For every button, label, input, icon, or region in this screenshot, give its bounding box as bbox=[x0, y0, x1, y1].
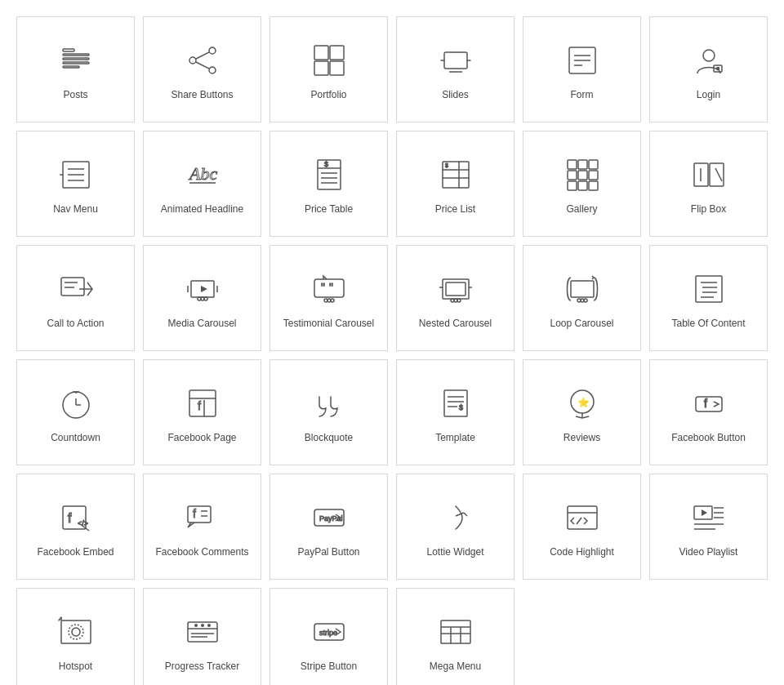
svg-rect-0 bbox=[63, 49, 74, 51]
widget-item-video-playlist[interactable]: Video Playlist bbox=[649, 474, 768, 580]
widget-item-login[interactable]: Login bbox=[649, 16, 768, 122]
widget-item-lottie-widget[interactable]: Lottie Widget bbox=[396, 474, 514, 580]
svg-point-135 bbox=[201, 624, 204, 627]
portfolio-label: Portfolio bbox=[310, 89, 346, 102]
widget-item-progress-tracker[interactable]: Progress Tracker bbox=[143, 588, 261, 685]
progress-tracker-icon bbox=[182, 612, 223, 652]
widget-item-price-list[interactable]: $ Price List bbox=[396, 131, 514, 237]
video-playlist-label: Video Playlist bbox=[679, 546, 738, 559]
svg-rect-44 bbox=[568, 171, 577, 180]
lottie-widget-label: Lottie Widget bbox=[426, 546, 483, 559]
nav-menu-icon bbox=[56, 154, 96, 195]
widget-item-facebook-comments[interactable]: f Facebook Comments bbox=[143, 474, 261, 580]
login-icon bbox=[688, 40, 729, 81]
svg-rect-13 bbox=[330, 61, 344, 75]
widget-item-facebook-page[interactable]: f Facebook Page bbox=[143, 359, 261, 465]
login-label: Login bbox=[697, 89, 720, 102]
svg-text:f: f bbox=[198, 399, 201, 412]
widget-item-posts[interactable]: Posts bbox=[16, 16, 135, 122]
code-highlight-label: Code Highlight bbox=[550, 546, 614, 559]
svg-point-134 bbox=[194, 624, 198, 627]
widget-item-table-of-content[interactable]: Table Of Content bbox=[649, 245, 768, 351]
testimonial-carousel-icon: " " bbox=[309, 269, 350, 309]
widget-item-price-table[interactable]: $ Price Table bbox=[270, 131, 388, 237]
template-label: Template bbox=[435, 432, 475, 445]
table-of-content-icon bbox=[688, 269, 729, 309]
svg-point-77 bbox=[457, 299, 461, 302]
svg-point-20 bbox=[703, 50, 715, 61]
widget-item-facebook-embed[interactable]: f </> Facebook Embed bbox=[16, 474, 135, 580]
facebook-button-icon: f bbox=[688, 383, 729, 424]
svg-line-119 bbox=[577, 518, 581, 524]
widget-item-facebook-button[interactable]: f Facebook Button bbox=[649, 359, 768, 465]
media-carousel-icon bbox=[182, 269, 223, 309]
svg-point-136 bbox=[207, 624, 211, 627]
svg-rect-1 bbox=[63, 54, 89, 56]
mega-menu-label: Mega Menu bbox=[430, 661, 481, 674]
svg-rect-78 bbox=[571, 281, 594, 297]
widget-item-nav-menu[interactable]: Nav Menu bbox=[16, 131, 135, 237]
svg-text:": " bbox=[329, 281, 333, 294]
price-list-label: Price List bbox=[435, 203, 475, 216]
svg-rect-92 bbox=[189, 390, 216, 416]
facebook-comments-label: Facebook Comments bbox=[155, 546, 248, 559]
svg-rect-10 bbox=[314, 46, 328, 60]
facebook-comments-icon: f bbox=[182, 497, 223, 538]
flip-box-label: Flip Box bbox=[691, 203, 726, 216]
progress-tracker-label: Progress Tracker bbox=[165, 661, 239, 674]
widget-item-portfolio[interactable]: Portfolio bbox=[270, 16, 388, 122]
svg-line-9 bbox=[196, 62, 209, 69]
svg-rect-82 bbox=[696, 276, 722, 302]
svg-point-64 bbox=[204, 297, 207, 300]
widget-item-nested-carousel[interactable]: Nested Carousel bbox=[396, 245, 514, 351]
widget-item-call-to-action[interactable]: Call to Action bbox=[16, 245, 135, 351]
mega-menu-icon bbox=[435, 612, 476, 652]
svg-text:": " bbox=[321, 281, 325, 294]
widget-item-slides[interactable]: Slides bbox=[396, 16, 514, 122]
svg-point-81 bbox=[584, 299, 587, 302]
widget-item-mega-menu[interactable]: Mega Menu bbox=[396, 588, 514, 685]
reviews-icon: ⭐ bbox=[562, 383, 603, 424]
widget-item-stripe-button[interactable]: stripe Stripe Button bbox=[270, 588, 388, 685]
widget-item-countdown[interactable]: Countdown bbox=[16, 359, 135, 465]
widget-item-share-buttons[interactable]: Share Buttons bbox=[143, 16, 261, 122]
widget-grid: Posts Share Buttons Portfolio Slides For… bbox=[16, 16, 768, 685]
loop-carousel-label: Loop Carousel bbox=[550, 318, 613, 331]
svg-line-8 bbox=[196, 52, 209, 59]
widget-item-gallery[interactable]: Gallery bbox=[523, 131, 641, 237]
svg-text:Abc: Abc bbox=[188, 163, 217, 184]
paypal-button-icon: PayPal bbox=[309, 497, 350, 538]
svg-rect-127 bbox=[61, 621, 91, 643]
price-table-label: Price Table bbox=[305, 203, 353, 216]
widget-item-paypal-button[interactable]: PayPal PayPal Button bbox=[270, 474, 388, 580]
widget-item-reviews[interactable]: ⭐ Reviews bbox=[523, 359, 641, 465]
nested-carousel-icon bbox=[435, 269, 476, 309]
svg-point-5 bbox=[209, 47, 216, 54]
widget-item-testimonial-carousel[interactable]: " " Testimonial Carousel bbox=[270, 245, 388, 351]
svg-text:⭐: ⭐ bbox=[577, 396, 590, 408]
widget-item-loop-carousel[interactable]: Loop Carousel bbox=[523, 245, 641, 351]
slides-icon bbox=[435, 40, 476, 81]
code-highlight-icon bbox=[562, 497, 603, 538]
widget-item-animated-headline[interactable]: Abc Animated Headline bbox=[143, 131, 261, 237]
svg-text:$: $ bbox=[445, 162, 448, 168]
widget-item-flip-box[interactable]: Flip Box bbox=[649, 131, 768, 237]
svg-rect-14 bbox=[444, 52, 467, 69]
widget-item-hotspot[interactable]: Hotspot bbox=[16, 588, 135, 685]
widget-item-form[interactable]: Form bbox=[523, 16, 641, 122]
widget-item-blockquote[interactable]: Blockquote bbox=[270, 359, 388, 465]
svg-rect-11 bbox=[330, 46, 344, 60]
svg-point-6 bbox=[189, 57, 196, 64]
svg-line-116 bbox=[464, 513, 467, 516]
template-icon: $ bbox=[435, 383, 476, 424]
widget-item-template[interactable]: $ Template bbox=[396, 359, 514, 465]
widget-item-media-carousel[interactable]: Media Carousel bbox=[143, 245, 261, 351]
widget-item-code-highlight[interactable]: Code Highlight bbox=[523, 474, 641, 580]
reviews-label: Reviews bbox=[564, 432, 600, 445]
svg-text:f: f bbox=[704, 397, 707, 410]
svg-rect-42 bbox=[578, 160, 587, 169]
animated-headline-label: Animated Headline bbox=[161, 203, 243, 216]
share-buttons-icon bbox=[182, 40, 223, 81]
nested-carousel-label: Nested Carousel bbox=[419, 318, 492, 331]
svg-rect-47 bbox=[568, 181, 577, 190]
